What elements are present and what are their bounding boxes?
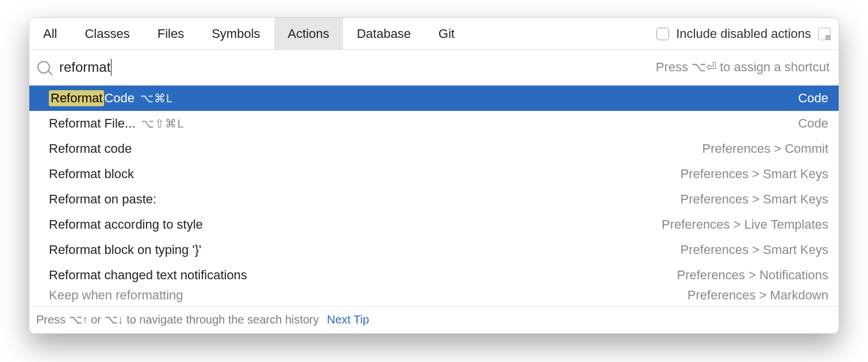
tab-symbols[interactable]: Symbols: [198, 18, 274, 49]
tab-all[interactable]: All: [29, 18, 71, 49]
next-tip-link[interactable]: Next Tip: [327, 313, 369, 326]
result-location: Preferences > Smart Keys: [681, 192, 828, 207]
result-label: Reformat File...: [49, 116, 135, 131]
result-location: Code: [798, 116, 828, 131]
result-row-cut[interactable]: Keep when reformatting Preferences > Mar…: [29, 288, 839, 306]
result-location: Preferences > Live Templates: [662, 217, 828, 232]
search-input[interactable]: reformat: [59, 59, 112, 76]
result-label: Code: [104, 91, 135, 106]
result-location: Preferences > Smart Keys: [681, 167, 828, 182]
result-location: Preferences > Markdown: [688, 288, 828, 303]
result-row[interactable]: Reformat File... ⌥⇧⌘L Code: [29, 111, 839, 136]
result-label: Reformat block on typing '}': [49, 242, 201, 257]
results-list: Reformat Code ⌥⌘L Code Reformat File... …: [29, 86, 839, 306]
pin-icon[interactable]: [818, 28, 831, 40]
tab-files[interactable]: Files: [144, 18, 198, 49]
shortcut-label: ⌥⇧⌘L: [141, 117, 184, 130]
result-row[interactable]: Reformat Code ⌥⌘L Code: [29, 86, 839, 111]
tab-actions[interactable]: Actions: [274, 18, 343, 49]
result-row[interactable]: Reformat according to style Preferences …: [29, 212, 839, 237]
result-label: Reformat on paste:: [49, 192, 156, 207]
include-disabled-toggle[interactable]: Include disabled actions: [656, 26, 839, 41]
result-location: Preferences > Smart Keys: [681, 242, 828, 257]
result-label: Reformat according to style: [49, 217, 203, 232]
tabs-bar: All Classes Files Symbols Actions Databa…: [29, 18, 839, 50]
search-icon: [37, 61, 50, 74]
match-highlight: Reformat: [49, 90, 104, 106]
search-row: reformat Press ⌥⏎ to assign a shortcut: [29, 50, 839, 86]
shortcut-label: ⌥⌘L: [140, 91, 173, 105]
result-location: Preferences > Commit: [702, 141, 828, 156]
result-location: Preferences > Notifications: [677, 268, 828, 283]
search-everywhere-window: All Classes Files Symbols Actions Databa…: [29, 17, 839, 334]
result-location: Code: [798, 91, 828, 106]
result-row[interactable]: Reformat block on typing '}' Preferences…: [29, 237, 839, 263]
tab-git[interactable]: Git: [425, 18, 468, 49]
result-row[interactable]: Reformat on paste: Preferences > Smart K…: [29, 187, 839, 212]
checkbox-icon[interactable]: [656, 28, 669, 40]
assign-shortcut-hint: Press ⌥⏎ to assign a shortcut: [656, 60, 829, 75]
result-label: Reformat code: [49, 141, 132, 156]
result-label: Reformat changed text notifications: [49, 268, 247, 283]
result-label: Reformat block: [49, 167, 134, 182]
include-disabled-label: Include disabled actions: [676, 26, 811, 41]
footer-tip: Press ⌥↑ or ⌥↓ to navigate through the s…: [36, 313, 319, 326]
result-row[interactable]: Reformat changed text notifications Pref…: [29, 263, 839, 288]
tab-classes[interactable]: Classes: [71, 18, 143, 49]
result-row[interactable]: Reformat code Preferences > Commit: [29, 136, 839, 161]
footer-bar: Press ⌥↑ or ⌥↓ to navigate through the s…: [29, 306, 839, 333]
result-row[interactable]: Reformat block Preferences > Smart Keys: [29, 161, 839, 187]
result-label: Keep when reformatting: [49, 288, 183, 303]
tab-database[interactable]: Database: [343, 18, 425, 49]
